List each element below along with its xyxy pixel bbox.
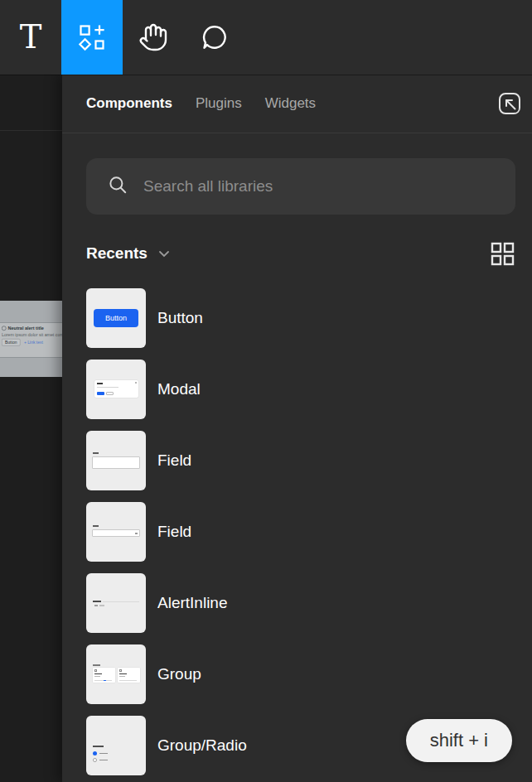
component-label: Field bbox=[157, 523, 191, 541]
canvas-frame: Neutral alert title Lorem ipsum dolor si… bbox=[0, 301, 62, 377]
component-thumbnail: Button bbox=[86, 288, 146, 348]
list-item-group[interactable]: Group bbox=[86, 644, 515, 704]
thumb-button-preview: Button bbox=[94, 309, 138, 327]
thumb-alert-line bbox=[103, 601, 139, 602]
comment-tool-button[interactable] bbox=[184, 0, 245, 75]
thumb-field-input bbox=[92, 529, 140, 537]
text-tool-button[interactable]: T bbox=[0, 0, 61, 75]
chevron-down-icon[interactable] bbox=[158, 250, 170, 258]
thumb-field-label bbox=[93, 452, 99, 454]
canvas-background[interactable]: Neutral alert title Lorem ipsum dolor si… bbox=[0, 75, 62, 782]
thumb-group-card bbox=[118, 668, 140, 683]
thumb-radio-unselected bbox=[93, 758, 97, 762]
component-thumbnail bbox=[86, 360, 146, 419]
hand-tool-button[interactable] bbox=[123, 0, 184, 75]
thumb-radio-selected bbox=[93, 751, 97, 755]
tab-widgets[interactable]: Widgets bbox=[265, 95, 316, 112]
thumb-group-label bbox=[93, 664, 100, 666]
component-label: Group/Radio bbox=[157, 736, 247, 755]
alert-title: Neutral alert title bbox=[8, 326, 44, 331]
alert-component-preview: Neutral alert title Lorem ipsum dolor si… bbox=[0, 322, 62, 358]
alert-button: Button bbox=[2, 339, 20, 346]
text-tool-icon: T bbox=[20, 20, 42, 53]
tab-components[interactable]: Components bbox=[86, 95, 172, 112]
keyboard-shortcut-badge: shift + i bbox=[406, 719, 512, 762]
comment-icon bbox=[201, 23, 229, 51]
tab-plugins[interactable]: Plugins bbox=[196, 95, 242, 112]
component-label: AlertInline bbox=[157, 594, 228, 612]
thumb-alert-dash bbox=[94, 605, 98, 606]
search-bar[interactable] bbox=[86, 158, 515, 215]
info-icon bbox=[2, 326, 7, 331]
components-tool-button[interactable] bbox=[61, 0, 123, 75]
panel-tabs: Components Plugins Widgets bbox=[62, 75, 532, 133]
list-item-field[interactable]: Field bbox=[86, 431, 515, 490]
component-label: Group bbox=[157, 665, 201, 683]
component-label: Modal bbox=[157, 380, 201, 398]
component-label: Field bbox=[157, 451, 191, 470]
thumb-field-input bbox=[92, 456, 140, 469]
thumb-group-card bbox=[93, 668, 115, 683]
component-label: Button bbox=[157, 309, 203, 327]
list-item-modal[interactable]: Modal bbox=[86, 360, 515, 419]
alert-body: Lorem ipsum dolor sit amet consec bbox=[2, 332, 62, 337]
thumb-field-label bbox=[93, 525, 99, 527]
search-input[interactable] bbox=[142, 176, 501, 196]
grid-view-icon[interactable] bbox=[491, 242, 515, 266]
recents-header: Recents bbox=[86, 241, 515, 266]
thumb-alert-title bbox=[93, 601, 101, 602]
components-list: Button Button Modal Field bbox=[86, 288, 515, 775]
popout-panel-button[interactable] bbox=[496, 90, 523, 117]
component-thumbnail bbox=[86, 716, 146, 775]
search-icon bbox=[107, 174, 128, 199]
component-thumbnail bbox=[86, 644, 146, 704]
alert-link: + Link text bbox=[24, 340, 43, 345]
components-icon bbox=[77, 22, 107, 52]
list-item-button[interactable]: Button Button bbox=[86, 288, 515, 348]
component-thumbnail bbox=[86, 502, 146, 562]
canvas-frame-edge bbox=[0, 130, 62, 131]
hand-icon bbox=[138, 22, 168, 52]
list-item-alertinline[interactable]: AlertInline bbox=[86, 573, 515, 633]
thumb-radio-group-label bbox=[93, 746, 104, 747]
thumb-modal-preview bbox=[94, 380, 138, 398]
list-item-field-2[interactable]: Field bbox=[86, 502, 515, 562]
thumb-alert-dash bbox=[99, 605, 104, 606]
toolbar: T bbox=[0, 0, 532, 75]
component-thumbnail bbox=[86, 573, 146, 633]
component-thumbnail bbox=[86, 431, 146, 490]
section-title: Recents bbox=[86, 244, 148, 263]
arrow-up-left-square-icon bbox=[496, 90, 523, 117]
insert-panel: Components Plugins Widgets Recents bbox=[62, 75, 532, 782]
